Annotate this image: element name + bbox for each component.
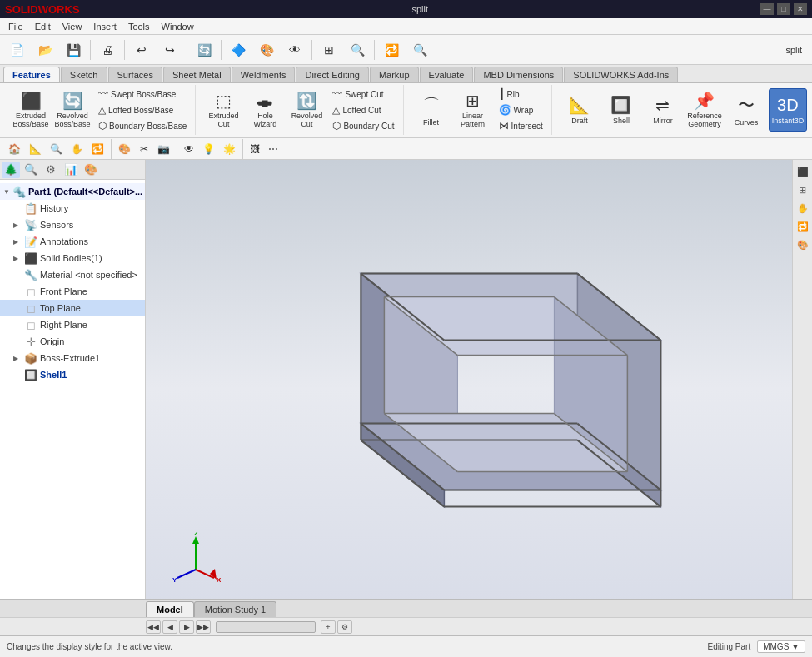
shell-button[interactable]: 🔲 Shell bbox=[602, 88, 640, 132]
references-button[interactable]: 📌 ReferenceGeometry bbox=[685, 88, 724, 132]
new-button[interactable]: 📄 bbox=[3, 37, 30, 62]
extruded-boss-base-button[interactable]: ⬛ ExtrudedBoss/Base bbox=[12, 88, 50, 132]
view-hide-btn[interactable]: 👁 bbox=[181, 141, 197, 157]
display-style-button[interactable]: 🎨 bbox=[253, 37, 280, 62]
progress-bar[interactable] bbox=[216, 621, 316, 633]
revolved-boss-base-button[interactable]: 🔄 RevolvedBoss/Base bbox=[53, 88, 92, 132]
view-display-style-btn[interactable]: 🎨 bbox=[115, 141, 134, 157]
tree-root-item[interactable]: ▼ 🔩 Part1 (Default<<Default>... bbox=[0, 183, 145, 200]
maximize-button[interactable]: □ bbox=[777, 3, 790, 15]
menu-tools[interactable]: Tools bbox=[123, 20, 155, 33]
view-appearance-btn[interactable]: 🌟 bbox=[220, 141, 239, 157]
lofted-cut-button[interactable]: △ Lofted Cut bbox=[329, 102, 397, 117]
appearance-btn[interactable]: 🎨 bbox=[795, 236, 811, 253]
next-btn[interactable]: ▶▶ bbox=[196, 620, 211, 634]
view-rotate-btn[interactable]: 🔁 bbox=[88, 141, 107, 157]
save-button[interactable]: 💾 bbox=[60, 37, 87, 62]
minimize-button[interactable]: — bbox=[760, 3, 774, 15]
hole-wizard-button[interactable]: 🕳 Hole Wizard bbox=[246, 88, 284, 132]
tab-surfaces[interactable]: Surfaces bbox=[108, 67, 162, 82]
redo-button[interactable]: ↪ bbox=[157, 37, 183, 62]
dimxpert-tab[interactable]: 📊 bbox=[62, 162, 80, 178]
tree-item-top-plane[interactable]: ◻ Top Plane bbox=[0, 300, 145, 316]
tree-item-material[interactable]: 🔧 Material <not specified> bbox=[0, 266, 145, 283]
view-light-btn[interactable]: 💡 bbox=[199, 141, 218, 157]
tab-weldments[interactable]: Weldments bbox=[232, 67, 296, 82]
tree-item-shell1[interactable]: 🔲 Shell1 bbox=[0, 366, 145, 383]
tab-addins[interactable]: SOLIDWORKS Add-Ins bbox=[564, 67, 678, 82]
view-camera-btn[interactable]: 📷 bbox=[154, 141, 173, 157]
display-tab[interactable]: 🎨 bbox=[82, 162, 100, 178]
menu-insert[interactable]: Insert bbox=[88, 20, 122, 33]
lofted-boss-button[interactable]: △ Lofted Boss/Base bbox=[95, 102, 190, 117]
viewport[interactable]: Z X Y *Isometric bbox=[146, 160, 792, 617]
rib-button[interactable]: ┃ Rib bbox=[496, 87, 546, 102]
pan-btn[interactable]: ✋ bbox=[795, 200, 811, 217]
tree-item-annotations[interactable]: ▶ 📝 Annotations bbox=[0, 233, 145, 250]
view-orientation-btn[interactable]: 🏠 bbox=[5, 141, 24, 157]
view-section-btn[interactable]: ✂ bbox=[136, 141, 152, 157]
rotate-btn[interactable]: 🔁 bbox=[795, 218, 811, 235]
tree-item-solid-bodies[interactable]: ▶ ⬛ Solid Bodies(1) bbox=[0, 250, 145, 266]
instant3d-button[interactable]: 3D Instant3D bbox=[769, 88, 807, 132]
tree-item-origin[interactable]: ✛ Origin bbox=[0, 333, 145, 350]
tab-features[interactable]: Features bbox=[3, 67, 60, 82]
menu-edit[interactable]: Edit bbox=[30, 20, 56, 33]
tab-sketch[interactable]: Sketch bbox=[61, 67, 107, 82]
curves-button[interactable]: 〜 Curves bbox=[727, 88, 765, 132]
view-zoom-btn[interactable]: 🔍 bbox=[47, 141, 66, 157]
menu-view[interactable]: View bbox=[57, 20, 87, 33]
zoom-fit-btn[interactable]: ⊞ bbox=[795, 182, 811, 198]
view-orientation-button[interactable]: 🔷 bbox=[225, 37, 252, 62]
boundary-cut-button[interactable]: ⬡ Boundary Cut bbox=[329, 118, 397, 133]
menu-file[interactable]: File bbox=[3, 20, 28, 33]
mirror-button[interactable]: ⇌ Mirror bbox=[644, 88, 682, 132]
close-button[interactable]: ✕ bbox=[794, 3, 807, 15]
boundary-boss-button[interactable]: ⬡ Boundary Boss/Base bbox=[95, 118, 190, 133]
intersect-button[interactable]: ⋈ Intersect bbox=[496, 118, 546, 133]
extruded-cut-button[interactable]: ⬚ ExtrudedCut bbox=[204, 88, 242, 132]
wrap-button[interactable]: 🌀 Wrap bbox=[496, 102, 546, 117]
model-tab[interactable]: Model bbox=[146, 601, 194, 617]
feature-tree-tab[interactable]: 🌲 bbox=[2, 162, 20, 178]
timeline-options-btn[interactable]: ⚙ bbox=[337, 620, 352, 634]
config-tab[interactable]: ⚙ bbox=[42, 162, 60, 178]
zoom-to-fit-button[interactable]: ⊞ bbox=[316, 37, 342, 62]
fillet-button[interactable]: ⌒ Fillet bbox=[412, 88, 451, 132]
linear-pattern-button[interactable]: ⊞ LinearPattern bbox=[454, 88, 492, 132]
search-button[interactable]: 🔍 bbox=[406, 37, 433, 62]
tree-item-boss-extrude1[interactable]: ▶ 📦 Boss-Extrude1 bbox=[0, 350, 145, 366]
rebuild-button[interactable]: 🔄 bbox=[191, 37, 217, 62]
view-scene-btn[interactable]: 🖼 bbox=[247, 141, 263, 157]
view-pan-btn[interactable]: ✋ bbox=[67, 141, 87, 157]
tab-mbd[interactable]: MBD Dimensions bbox=[474, 67, 563, 82]
hide-show-button[interactable]: 👁 bbox=[281, 37, 308, 62]
print-button[interactable]: 🖨 bbox=[94, 37, 121, 62]
view-more-btn[interactable]: ⋯ bbox=[265, 141, 281, 157]
view-cube-btn[interactable]: ⬛ bbox=[795, 163, 811, 180]
revolved-cut-button[interactable]: 🔃 RevolvedCut bbox=[287, 88, 326, 132]
tab-sheet-metal[interactable]: Sheet Metal bbox=[163, 67, 231, 82]
swept-boss-button[interactable]: 〰 Swept Boss/Base bbox=[95, 87, 190, 102]
zoom-in-button[interactable]: 🔍 bbox=[344, 37, 371, 62]
rotate-view-button[interactable]: 🔁 bbox=[378, 37, 405, 62]
prev-btn[interactable]: ◀ bbox=[162, 620, 177, 634]
play-back-btn[interactable]: ◀◀ bbox=[146, 620, 161, 634]
property-tab[interactable]: 🔍 bbox=[22, 162, 40, 178]
view-3d-btn[interactable]: 📐 bbox=[26, 141, 45, 157]
tree-item-history[interactable]: 📋 History bbox=[0, 200, 145, 217]
undo-button[interactable]: ↩ bbox=[128, 37, 155, 62]
tab-markup[interactable]: Markup bbox=[370, 67, 419, 82]
play-btn[interactable]: ▶ bbox=[179, 620, 194, 634]
tree-item-sensors[interactable]: ▶ 📡 Sensors bbox=[0, 217, 145, 233]
swept-cut-button[interactable]: 〰 Swept Cut bbox=[329, 87, 397, 102]
open-button[interactable]: 📂 bbox=[32, 37, 58, 62]
menu-window[interactable]: Window bbox=[157, 20, 199, 33]
draft-button[interactable]: 📐 Draft bbox=[560, 88, 599, 132]
tab-direct-editing[interactable]: Direct Editing bbox=[296, 67, 368, 82]
tree-item-right-plane[interactable]: ◻ Right Plane bbox=[0, 316, 145, 333]
motion-study-tab[interactable]: Motion Study 1 bbox=[194, 601, 276, 617]
tree-item-front-plane[interactable]: ◻ Front Plane bbox=[0, 283, 145, 300]
units-dropdown[interactable]: MMGS ▼ bbox=[757, 640, 805, 653]
tab-evaluate[interactable]: Evaluate bbox=[420, 67, 474, 82]
